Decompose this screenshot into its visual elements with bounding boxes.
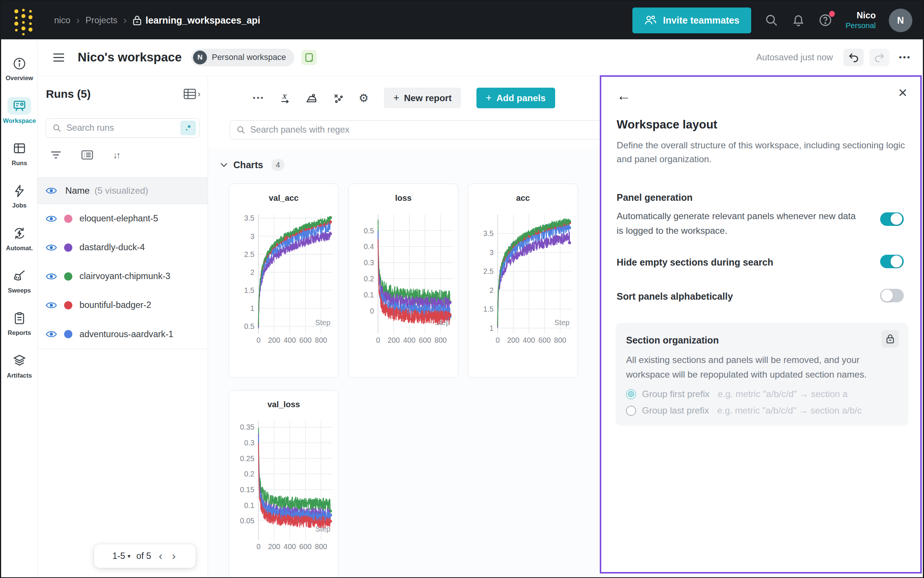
radio-icon[interactable] [626,389,636,399]
toggle-knob [881,289,893,301]
add-panels-button[interactable]: + Add panels [477,88,555,108]
menu-icon[interactable] [53,53,65,62]
panel-generation-toggle[interactable] [880,213,904,226]
x-axis-settings-icon[interactable]: x [280,92,290,104]
hide-empty-sections-toggle[interactable] [880,255,904,268]
svg-text:2: 2 [250,268,254,276]
sidebar-item-label: Automat. [6,245,33,252]
eye-icon[interactable] [46,301,57,309]
radio-group-last-prefix[interactable]: Group last prefix e.g. metric "a/b/c/d" … [626,405,862,416]
notifications-bell-icon[interactable] [791,13,805,28]
sidebar-item-workspace[interactable]: Workspace [1,97,37,124]
sidebar-item-label: Workspace [3,117,36,124]
run-name[interactable]: clairvoyant-chipmunk-3 [80,271,170,281]
next-page-button[interactable]: › [170,550,177,562]
runs-panel-title: Runs (5) [46,88,90,101]
sidebar-item-label: Reports [8,329,31,336]
run-color-dot [64,272,72,281]
new-report-button[interactable]: + New report [384,88,461,108]
radio-icon[interactable] [626,406,636,416]
avatar[interactable]: N [889,9,913,32]
run-row[interactable]: dastardly-duck-4 [37,233,207,262]
svg-text:200: 200 [268,336,280,345]
wandb-app: nico › Projects › learning_workspaces_ap… [0,0,924,578]
notification-dot [829,11,835,17]
run-name[interactable]: eloquent-elephant-5 [80,214,158,224]
eye-icon[interactable] [46,272,57,281]
breadcrumb-projects[interactable]: Projects [85,15,117,26]
sidebar-item-artifacts[interactable]: Artifacts [1,352,37,379]
chart-title: loss [349,193,458,203]
close-icon[interactable]: × [898,85,907,101]
smoothing-icon[interactable] [306,92,317,104]
sidebar-item-jobs[interactable]: Jobs [1,182,37,209]
workspace-layout-drawer: ← × Workspace layout Define the overall … [600,75,921,573]
visualized-count: (5 visualized) [94,185,148,196]
breadcrumb-separator-icon: › [123,15,127,26]
sidebar-item-overview[interactable]: Overview [1,55,37,82]
radio-example: e.g. metric "a/b/c/d" → section a [718,389,848,399]
sidebar-item-reports[interactable]: Reports [1,309,37,336]
lock-button[interactable] [881,330,899,347]
chart-panel-val-loss[interactable]: val_loss 0.050.10.150.20.250.30.35020040… [229,390,339,578]
chevron-down-icon[interactable] [220,162,228,167]
run-row[interactable]: adventurous-aardvark-1 [37,320,207,348]
more-options-icon[interactable]: ••• [253,94,264,102]
page-range[interactable]: 1-5 [112,551,125,561]
sort-panels-toggle[interactable] [880,289,904,302]
run-row[interactable]: bountiful-badger-2 [37,291,207,320]
group-icon[interactable] [81,150,93,160]
breadcrumb: nico › Projects › learning_workspaces_ap… [54,1,260,39]
line-chart: 0.050.10.150.20.250.30.350200400600800St… [229,415,339,563]
search-runs-input[interactable] [66,123,176,133]
table-icon [183,88,197,100]
search-icon[interactable] [764,13,779,28]
run-name[interactable]: bountiful-badger-2 [80,300,151,310]
svg-text:0.35: 0.35 [240,423,254,431]
sidebar-item-sweeps[interactable]: Sweeps [1,267,37,294]
svg-text:Step: Step [555,319,569,327]
svg-text:200: 200 [387,336,400,345]
sidebar-item-automations[interactable]: Automat. [1,224,37,252]
eye-icon[interactable] [46,244,57,252]
svg-text:2: 2 [490,286,494,294]
eye-icon[interactable] [46,330,57,338]
chart-panel-loss[interactable]: loss 00.10.20.30.40.50200400600800Step [348,183,459,378]
breadcrumb-entity[interactable]: nico [54,15,70,26]
svg-text:0.1: 0.1 [244,501,254,509]
invite-teammates-button[interactable]: Invite teammates [632,8,751,33]
outliers-icon[interactable] [333,92,343,104]
radio-group-first-prefix[interactable]: Group first prefix e.g. metric "a/b/c/d"… [626,389,848,399]
expand-runs-table-button[interactable]: › [183,88,200,100]
sort-icon[interactable]: ↓↑ [113,150,120,160]
prev-page-button[interactable]: ‹ [157,550,164,562]
more-options-icon[interactable]: ••• [899,52,911,62]
regex-toggle[interactable]: .* [180,121,196,135]
user-menu[interactable]: Nico Personal [846,10,876,31]
run-name[interactable]: adventurous-aardvark-1 [80,329,173,339]
gear-icon[interactable]: ⚙ [359,91,369,104]
column-name[interactable]: Name [65,185,89,196]
back-icon[interactable]: ← [617,89,631,103]
workspace-badge[interactable]: N Personal workspace [191,49,294,66]
filter-icon[interactable] [50,150,61,160]
sidebar-item-runs[interactable]: Runs [1,140,37,167]
search-icon [236,125,246,135]
svg-text:400: 400 [283,542,296,550]
eye-icon[interactable] [46,187,57,195]
chart-panel-val-acc[interactable]: val_acc 0.511.522.533.50200400600800Step [229,183,339,378]
redo-button[interactable] [869,49,889,66]
chart-panel-acc[interactable]: acc 11.522.533.50200400600800Step [468,183,578,378]
eye-icon[interactable] [46,214,57,223]
run-name[interactable]: dastardly-duck-4 [80,242,145,252]
run-row[interactable]: clairvoyant-chipmunk-3 [37,262,207,291]
workspace-report-icon[interactable] [301,50,317,65]
run-row[interactable]: eloquent-elephant-5 [37,204,207,233]
undo-button[interactable] [843,49,863,66]
svg-text:0.15: 0.15 [240,485,254,494]
breadcrumb-project[interactable]: learning_workspaces_api [133,15,260,26]
svg-text:600: 600 [419,336,431,345]
help-icon[interactable] [818,13,833,28]
section-title[interactable]: Charts [233,159,263,170]
wandb-logo-icon[interactable] [11,6,35,36]
